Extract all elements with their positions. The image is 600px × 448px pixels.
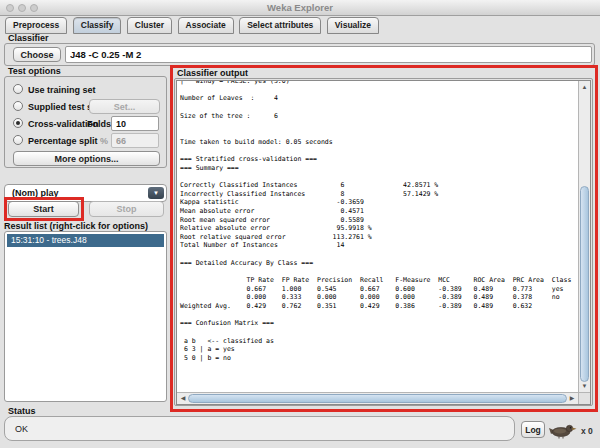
folds-input[interactable]	[111, 116, 159, 131]
use-training-set-radio[interactable]	[13, 84, 23, 94]
weka-bird-icon	[548, 422, 578, 439]
class-attribute-value: (Nom) play	[12, 188, 59, 198]
classifier-scheme-field[interactable]	[65, 46, 592, 63]
use-training-set-label: Use training set	[28, 85, 96, 95]
more-options-button[interactable]: More options...	[13, 151, 160, 166]
result-list[interactable]: 15:31:10 - trees.J48	[4, 231, 167, 402]
weka-explorer-window: Weka Explorer Preprocess Classify Cluste…	[0, 0, 600, 448]
result-list-item[interactable]: 15:31:10 - trees.J48	[7, 234, 164, 247]
percentage-split-radio[interactable]	[13, 135, 23, 145]
status-panel: OK	[4, 416, 515, 441]
cross-validation-radio[interactable]	[13, 118, 23, 128]
tab-preprocess[interactable]: Preprocess	[5, 17, 67, 34]
percent-sign-label: %	[100, 136, 108, 146]
percentage-input[interactable]	[111, 133, 159, 148]
classifier-output-title: Classifier output	[177, 68, 248, 78]
set-test-set-button[interactable]: Set...	[89, 99, 160, 114]
tab-associate[interactable]: Associate	[178, 17, 234, 34]
log-button[interactable]: Log	[521, 421, 545, 438]
tab-select-attributes[interactable]: Select attributes	[239, 17, 321, 34]
horizontal-scrollbar-thumb[interactable]	[188, 394, 567, 403]
vertical-scrollbar-thumb[interactable]	[580, 186, 589, 382]
test-options-panel: Use training set Supplied test set Set..…	[4, 76, 167, 168]
status-title: Status	[8, 406, 36, 416]
title-bar: Weka Explorer	[0, 0, 600, 16]
class-attribute-dropdown[interactable]: (Nom) play ▼	[4, 184, 167, 202]
result-list-title: Result list (right-click for options)	[4, 221, 148, 231]
classifier-panel: Choose	[4, 43, 595, 66]
status-value: OK	[15, 424, 28, 434]
start-button[interactable]: Start	[8, 201, 79, 217]
percentage-split-label: Percentage split	[28, 136, 98, 146]
supplied-test-set-radio[interactable]	[13, 101, 23, 111]
classifier-output-text: | windy = FALSE: yes (3.0) Number of Lea…	[177, 81, 577, 363]
chevron-down-icon[interactable]: ▼	[148, 187, 164, 199]
scroll-down-icon[interactable]: ▼	[579, 381, 590, 391]
choose-classifier-button[interactable]: Choose	[13, 47, 61, 62]
tab-classify[interactable]: Classify	[73, 17, 122, 34]
classifier-section-title: Classifier	[8, 33, 49, 43]
weka-run-counter: x 0	[581, 426, 593, 436]
tab-cluster[interactable]: Cluster	[127, 17, 172, 34]
classifier-output-textview: | windy = FALSE: yes (3.0) Number of Lea…	[177, 81, 577, 391]
vertical-scrollbar[interactable]: ▲ ▼	[578, 81, 590, 392]
tab-visualize[interactable]: Visualize	[327, 17, 379, 34]
classifier-output-area[interactable]: | windy = FALSE: yes (3.0) Number of Lea…	[176, 80, 591, 405]
scroll-left-icon[interactable]: ◀	[178, 393, 188, 404]
scroll-right-icon[interactable]: ▶	[567, 393, 577, 404]
scroll-up-icon[interactable]: ▲	[579, 82, 590, 92]
horizontal-scrollbar[interactable]: ◀ ▶	[177, 392, 578, 404]
folds-label: Folds	[87, 119, 111, 129]
tab-bar: Preprocess Classify Cluster Associate Se…	[0, 15, 600, 34]
stop-button[interactable]: Stop	[89, 201, 164, 217]
scrollbar-corner	[578, 392, 590, 404]
test-options-title: Test options	[8, 66, 61, 76]
window-title: Weka Explorer	[0, 2, 600, 13]
